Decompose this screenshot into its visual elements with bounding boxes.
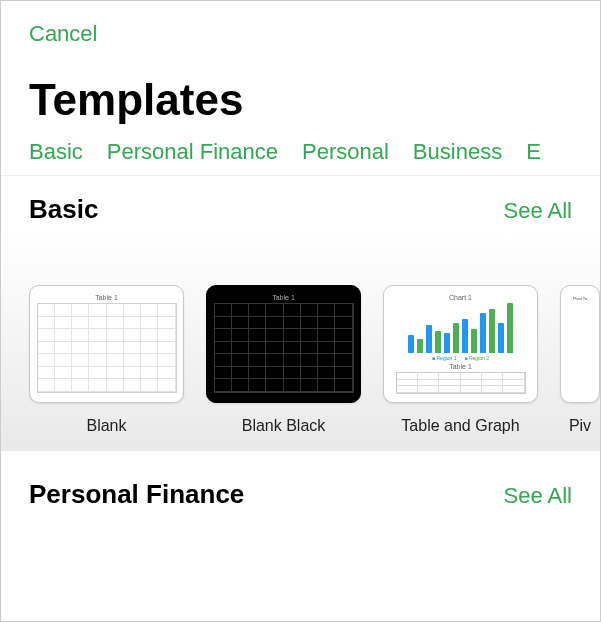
category-tabs: Basic Personal Finance Personal Business… [1,135,600,176]
tab-business[interactable]: Business [413,139,502,165]
grid-icon [214,303,354,393]
section-personal-finance: Personal Finance See All [1,451,600,550]
thumb-blank-black: Table 1 [206,285,361,403]
template-pivot[interactable]: Pivot Ta Piv [560,285,600,435]
section-basic: Basic See All Table 1 Blank [1,176,600,451]
thumb-pivot: Pivot Ta [560,285,600,403]
chart-legend: Region 1 Region 2 [432,355,489,361]
thumb-table-and-graph: Chart 1 [383,285,538,403]
see-all-personal-finance[interactable]: See All [504,483,573,509]
thumb-blank-label: Table 1 [95,294,118,301]
cancel-button[interactable]: Cancel [29,21,97,46]
tab-personal-finance[interactable]: Personal Finance [107,139,278,165]
template-blank[interactable]: Table 1 Blank [29,285,184,435]
template-label-blank: Blank [86,417,126,435]
page-title: Templates [1,57,600,135]
template-label-pivot: Piv [569,417,591,435]
tab-personal[interactable]: Personal [302,139,389,165]
template-blank-black[interactable]: Table 1 Blank Black [206,285,361,435]
grid-icon [37,303,177,393]
bar-chart-icon [391,303,531,353]
thumb-blank-black-label: Table 1 [272,294,295,301]
thumb-table-label: Table 1 [449,363,472,370]
section-title-personal-finance: Personal Finance [29,479,244,510]
pivot-text-icon: Pivot Ta [571,294,589,303]
thumb-blank: Table 1 [29,285,184,403]
see-all-basic[interactable]: See All [504,198,573,224]
template-label-table-and-graph: Table and Graph [401,417,519,435]
tab-basic[interactable]: Basic [29,139,83,165]
thumb-chart-label: Chart 1 [449,294,472,301]
template-label-blank-black: Blank Black [242,417,326,435]
table-icon [396,372,526,394]
template-table-and-graph[interactable]: Chart 1 [383,285,538,435]
template-row-basic: Table 1 Blank Table 1 [1,235,600,451]
section-title-basic: Basic [29,194,98,225]
tab-more[interactable]: E [526,139,541,165]
